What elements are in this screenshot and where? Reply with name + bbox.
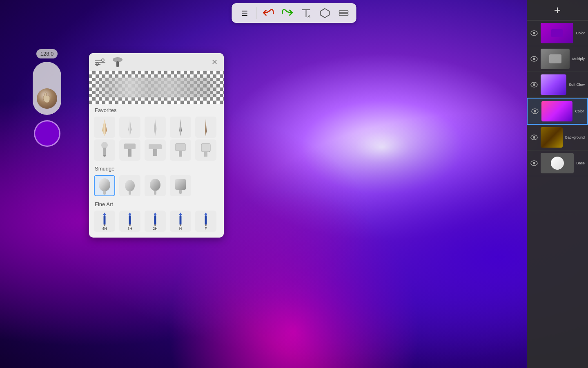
pencil-item[interactable]: 4H bbox=[94, 211, 115, 232]
brush-panel: ✕ Favorites bbox=[89, 53, 224, 238]
plus-icon: + bbox=[554, 4, 561, 17]
undo-button[interactable] bbox=[261, 5, 276, 21]
layer-visibility-toggle[interactable] bbox=[530, 29, 538, 37]
pencil-item[interactable]: H bbox=[170, 211, 191, 232]
svg-rect-24 bbox=[149, 144, 162, 149]
svg-point-58 bbox=[533, 83, 535, 86]
smudge-grid bbox=[89, 173, 224, 198]
svg-rect-22 bbox=[124, 144, 136, 149]
layers-tool-button[interactable] bbox=[336, 5, 352, 21]
layer-item[interactable]: Base bbox=[527, 150, 588, 176]
redo-button[interactable] bbox=[280, 5, 295, 21]
smudge-brush-item-selected[interactable] bbox=[94, 175, 115, 196]
svg-rect-42 bbox=[129, 216, 131, 224]
svg-marker-17 bbox=[179, 119, 182, 136]
brush-item[interactable] bbox=[145, 139, 166, 161]
brush-item[interactable] bbox=[170, 117, 191, 138]
layer-visibility-toggle[interactable] bbox=[530, 55, 538, 63]
smudge-brush-icon bbox=[97, 176, 112, 195]
svg-rect-39 bbox=[104, 216, 106, 224]
svg-point-32 bbox=[125, 180, 135, 191]
menu-button[interactable] bbox=[237, 5, 252, 21]
svg-marker-16 bbox=[154, 119, 156, 136]
eye-icon bbox=[531, 108, 539, 114]
brush-icon bbox=[174, 118, 187, 136]
smudge-brush-item[interactable] bbox=[170, 175, 191, 196]
layer-item-selected[interactable]: Color bbox=[527, 98, 588, 125]
layer-item[interactable]: Multiply bbox=[527, 46, 588, 72]
pencil-item[interactable]: F bbox=[195, 211, 216, 232]
brush-icon bbox=[148, 141, 163, 159]
brush-icon bbox=[97, 141, 112, 159]
layer-item[interactable]: Background bbox=[527, 125, 588, 150]
brush-item[interactable] bbox=[94, 117, 115, 138]
layer-item[interactable]: Color bbox=[527, 20, 588, 46]
brush-panel-header: ✕ bbox=[89, 53, 224, 71]
svg-rect-25 bbox=[153, 149, 157, 156]
eye-icon bbox=[530, 30, 538, 36]
layer-thumbnail bbox=[541, 23, 573, 43]
layer-item-soft-glow[interactable]: Soft Glow bbox=[527, 72, 588, 98]
svg-point-60 bbox=[534, 110, 536, 112]
layer-visibility-toggle[interactable] bbox=[531, 107, 539, 115]
brush-item[interactable] bbox=[94, 139, 115, 161]
layer-name: Background bbox=[565, 135, 585, 139]
layers-icon bbox=[338, 7, 350, 19]
pencil-item[interactable]: 3H bbox=[119, 211, 140, 232]
svg-point-54 bbox=[533, 32, 535, 34]
smudge-brush-icon bbox=[147, 176, 163, 195]
layer-name: Color bbox=[575, 109, 584, 113]
section-label-fineart: Fine Art bbox=[89, 198, 224, 209]
hand-cursor-icon bbox=[40, 92, 53, 105]
layer-name: Soft Glow bbox=[569, 83, 585, 87]
layer-name: Color bbox=[576, 31, 585, 35]
brush-item[interactable] bbox=[119, 139, 140, 161]
svg-rect-46 bbox=[154, 224, 156, 226]
svg-rect-37 bbox=[179, 190, 182, 194]
brush-item[interactable] bbox=[195, 139, 216, 161]
brush-item[interactable] bbox=[145, 117, 166, 138]
left-panel: 128.0 bbox=[33, 49, 61, 147]
eye-icon bbox=[530, 56, 538, 62]
redo-icon bbox=[282, 9, 293, 18]
svg-rect-4 bbox=[339, 11, 348, 13]
pencil-icon: 4H bbox=[100, 212, 109, 231]
size-slider[interactable] bbox=[33, 62, 61, 115]
svg-point-19 bbox=[101, 142, 108, 148]
svg-marker-18 bbox=[205, 119, 207, 136]
layer-visibility-toggle[interactable] bbox=[530, 81, 538, 89]
color-swatch[interactable] bbox=[34, 120, 60, 147]
brush-item[interactable] bbox=[195, 117, 216, 138]
svg-rect-27 bbox=[179, 151, 182, 157]
brush-size-display: 128.0 bbox=[36, 49, 58, 58]
svg-rect-36 bbox=[175, 179, 186, 190]
layer-visibility-toggle[interactable] bbox=[530, 133, 538, 141]
shape-icon bbox=[319, 7, 331, 19]
section-label-smudge: Smudge bbox=[89, 162, 224, 173]
eye-icon bbox=[530, 135, 538, 140]
smudge-brush-item[interactable] bbox=[119, 175, 140, 196]
brush-panel-close-button[interactable]: ✕ bbox=[210, 58, 219, 67]
layer-thumbnail bbox=[541, 101, 572, 121]
brush-item[interactable] bbox=[119, 117, 140, 138]
svg-rect-52 bbox=[205, 224, 206, 226]
brush-preview-strip bbox=[89, 71, 224, 104]
brush-icon bbox=[198, 141, 213, 159]
layers-panel: + Color Multiply bbox=[527, 0, 588, 368]
pencil-icon: 3H bbox=[125, 212, 135, 231]
layer-visibility-toggle[interactable] bbox=[530, 159, 538, 167]
svg-rect-33 bbox=[129, 191, 131, 195]
add-layer-button[interactable]: + bbox=[527, 0, 588, 20]
svg-rect-29 bbox=[204, 152, 207, 157]
brush-icon bbox=[173, 141, 188, 159]
brush-icon bbox=[122, 141, 137, 159]
text-tool-button[interactable]: A bbox=[298, 5, 314, 21]
smudge-brush-item[interactable] bbox=[145, 175, 166, 196]
brush-item[interactable] bbox=[170, 139, 191, 161]
svg-rect-43 bbox=[129, 224, 130, 226]
shape-tool-button[interactable] bbox=[317, 5, 333, 21]
svg-point-34 bbox=[150, 179, 160, 191]
size-slider-thumb bbox=[37, 88, 57, 109]
fineart-grid: 4H 3H 2H bbox=[89, 209, 224, 233]
pencil-item[interactable]: 2H bbox=[145, 211, 166, 232]
